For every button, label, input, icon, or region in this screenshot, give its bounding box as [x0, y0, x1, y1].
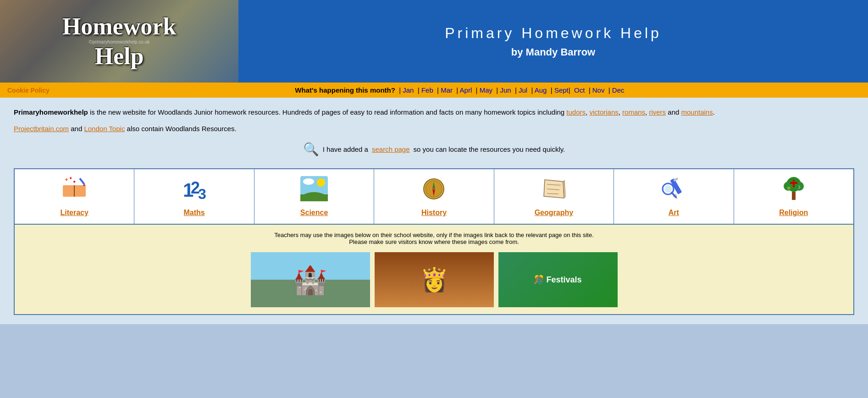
page-header: Homework ©primaryhomeworkhelp.co.uk Help…	[0, 0, 868, 83]
art-cell[interactable]: Art	[614, 169, 734, 224]
month-oct-link[interactable]: Oct	[574, 86, 585, 94]
month-links: | Jan | Feb | Mar | Aprl | May | Jun | J…	[397, 86, 624, 94]
svg-marker-21	[544, 180, 564, 198]
project-suffix: also contain Woodlands Resources.	[127, 125, 237, 133]
magnifier-icon: 🔍	[303, 142, 319, 157]
search-page-link[interactable]: search page	[372, 145, 410, 153]
geography-label: Geography	[535, 209, 573, 217]
maths-cell[interactable]: 1 2 3 Maths	[134, 169, 254, 224]
intro-description: is the new website for Woodlands Junior …	[90, 108, 566, 116]
science-icon	[300, 176, 328, 205]
svg-text:☽: ☽	[796, 185, 801, 190]
logo-area: Homework ©primaryhomeworkhelp.co.uk Help	[0, 0, 238, 83]
religion-icon: ✡ ☽	[780, 176, 807, 205]
svg-point-20	[432, 188, 435, 190]
and-text: and	[668, 108, 681, 116]
search-prefix: I have added a	[323, 145, 368, 153]
literacy-icon: ✦ ✦ ✦	[61, 176, 88, 205]
cookie-policy-link[interactable]: Cookie Policy	[7, 87, 50, 94]
notice-line1: Teachers may use the images below on the…	[22, 232, 846, 238]
month-nov-link[interactable]: Nov	[592, 86, 605, 94]
project-and: and	[71, 125, 84, 133]
month-may-link[interactable]: May	[480, 86, 492, 94]
month-apr-link[interactable]: Aprl	[460, 86, 472, 94]
preview-castle	[251, 252, 370, 307]
literacy-cell[interactable]: ✦ ✦ ✦ Literacy	[15, 169, 134, 224]
svg-rect-1	[74, 185, 86, 197]
svg-point-12	[317, 178, 325, 187]
search-section: 🔍 I have added a search page so you can …	[14, 142, 854, 157]
month-dec-link[interactable]: Dec	[612, 86, 625, 94]
history-cell[interactable]: History	[374, 169, 494, 224]
svg-rect-37	[790, 182, 797, 184]
victorians-link[interactable]: victorians	[589, 108, 618, 116]
literacy-label: Literacy	[61, 209, 88, 217]
art-icon	[660, 176, 687, 205]
history-label: History	[421, 209, 447, 217]
svg-line-4	[80, 178, 84, 184]
main-content: Primaryhomeworkhelp is the new website f…	[0, 98, 868, 324]
svg-text:3: 3	[198, 186, 206, 201]
what-happening-label: What's happening this month?	[295, 86, 395, 94]
month-feb-link[interactable]: Feb	[421, 86, 433, 94]
maths-label: Maths	[184, 209, 205, 217]
intro-paragraph: Primaryhomeworkhelp is the new website f…	[14, 107, 854, 118]
nav-bar: Cookie Policy What's happening this mont…	[0, 83, 868, 98]
geography-icon	[540, 176, 568, 205]
festivals-label: 🎊 Festivals	[534, 275, 581, 285]
preview-woman: 👸	[375, 252, 494, 307]
religion-label: Religion	[779, 209, 808, 217]
maths-icon: 1 2 3	[181, 176, 208, 205]
logo-help-text: Help	[62, 44, 176, 68]
header-title-area: Primary Homework Help by Mandy Barrow	[238, 0, 868, 83]
month-jun-link[interactable]: Jun	[500, 86, 511, 94]
mountains-link[interactable]: mountains	[681, 108, 713, 116]
subject-grid: ✦ ✦ ✦ Literacy 1 2 3 Mat	[14, 168, 854, 225]
geography-cell[interactable]: Geography	[494, 169, 614, 224]
svg-rect-0	[63, 185, 74, 197]
project-line: Projectbritain.com and London Topic also…	[14, 125, 854, 133]
svg-rect-15	[300, 194, 328, 201]
month-mar-link[interactable]: Mar	[441, 86, 453, 94]
svg-text:✦: ✦	[64, 177, 69, 183]
site-author: by Mandy Barrow	[511, 46, 595, 58]
religion-cell[interactable]: ✡ ☽ Religion	[734, 169, 853, 224]
projectbritain-link[interactable]: Projectbritain.com	[14, 125, 69, 133]
svg-rect-35	[792, 192, 796, 200]
art-label: Art	[669, 209, 679, 217]
svg-point-13	[303, 178, 314, 185]
london-topic-link[interactable]: London Topic	[84, 125, 125, 133]
month-jul-link[interactable]: Jul	[519, 86, 527, 94]
month-aug-link[interactable]: Aug	[535, 86, 547, 94]
month-jan-link[interactable]: Jan	[403, 86, 414, 94]
science-label: Science	[300, 209, 328, 217]
logo-homework-text: Homework	[62, 15, 176, 39]
svg-text:✦: ✦	[72, 179, 76, 184]
romans-link[interactable]: romans	[622, 108, 645, 116]
bottom-notice: Teachers may use the images below on the…	[14, 225, 854, 315]
svg-text:✡: ✡	[787, 186, 791, 191]
site-title: Primary Homework Help	[445, 25, 662, 42]
site-name-bold: Primaryhomeworkhelp	[14, 108, 88, 116]
tudors-link[interactable]: tudors	[566, 108, 586, 116]
rivers-link[interactable]: rivers	[649, 108, 666, 116]
history-icon	[420, 176, 448, 205]
what-happening-section: What's happening this month? | Jan | Feb…	[59, 86, 861, 94]
month-sept-link[interactable]: Sept	[554, 86, 569, 94]
notice-line2: Please make sure visitors know where the…	[22, 238, 846, 245]
svg-text:✦: ✦	[69, 176, 72, 181]
preview-festivals: 🎊 Festivals	[498, 252, 618, 307]
science-cell[interactable]: Science	[254, 169, 374, 224]
search-suffix: so you can locate the resources you need…	[414, 145, 565, 153]
svg-point-31	[664, 185, 672, 193]
image-preview-row: 👸 🎊 Festivals	[22, 252, 846, 307]
